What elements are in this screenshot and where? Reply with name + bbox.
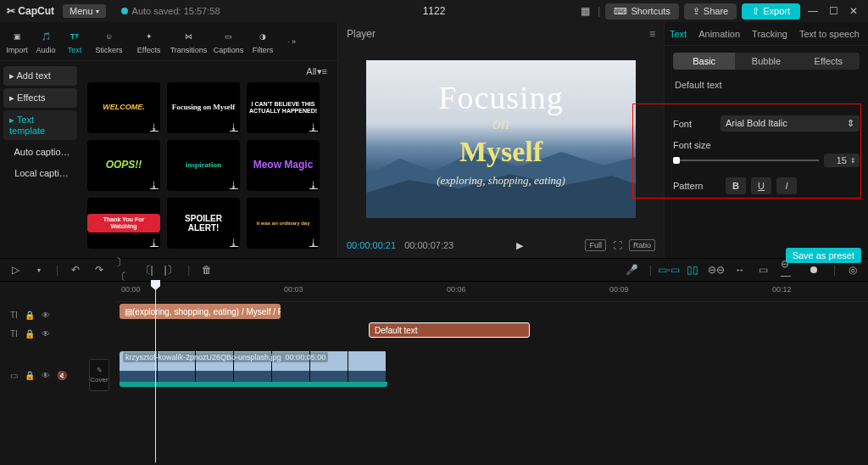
- magnet-icon[interactable]: ▭◦▭: [662, 263, 676, 277]
- sidebar-item-add-text[interactable]: ▸ Add text: [3, 66, 77, 86]
- sidebar-item-auto-captions[interactable]: Auto captio…: [3, 143, 77, 161]
- tab-captions[interactable]: ▭Captions: [209, 29, 248, 54]
- lock-icon[interactable]: 🔒: [25, 371, 35, 380]
- eye-icon[interactable]: 👁: [42, 329, 50, 339]
- tab-audio[interactable]: 🎵Audio: [32, 29, 59, 54]
- sidebar-item-text-template[interactable]: ▸ Text template: [3, 110, 77, 140]
- video-preview[interactable]: Focusing on Myself (exploring, shopping,…: [366, 60, 636, 218]
- tab-text[interactable]: TTText: [61, 29, 88, 54]
- tab-tts[interactable]: Text to speech: [799, 29, 860, 39]
- download-icon[interactable]: ⭳: [150, 180, 159, 189]
- redo-icon[interactable]: ↷: [92, 263, 106, 277]
- download-icon[interactable]: ⭳: [150, 122, 159, 132]
- text-track-icon: TI: [10, 329, 18, 339]
- eye-icon[interactable]: 👁: [42, 371, 50, 380]
- text-clip-selected[interactable]: Default text: [369, 322, 530, 338]
- ratio-button[interactable]: Ratio: [629, 239, 655, 251]
- playhead[interactable]: [155, 282, 156, 462]
- lock-icon[interactable]: 🔒: [25, 311, 35, 320]
- download-icon[interactable]: ⭳: [309, 238, 318, 247]
- shortcuts-button[interactable]: ⌨ Shortcuts: [605, 3, 678, 20]
- filter-all[interactable]: All ▾≡: [87, 64, 331, 82]
- lock-icon[interactable]: 🔒: [25, 329, 35, 339]
- sidebar-item-local-captions[interactable]: Local capti…: [3, 164, 77, 182]
- subtab-bubble[interactable]: Bubble: [735, 53, 797, 70]
- pointer-tool-icon[interactable]: ▷: [8, 263, 22, 277]
- download-icon[interactable]: ⭳: [309, 122, 318, 132]
- full-button[interactable]: Full: [585, 239, 606, 251]
- font-select[interactable]: Arial Bold Italic⇕: [721, 115, 860, 132]
- expand-icon[interactable]: ⛶: [613, 240, 622, 250]
- preview-icon[interactable]: ▭: [757, 263, 771, 277]
- tab-transitions[interactable]: ⋈Transitions: [170, 29, 208, 54]
- bold-button[interactable]: B: [726, 177, 746, 194]
- save-preset-button[interactable]: Save as preset: [786, 248, 861, 263]
- underline-button[interactable]: U: [751, 177, 771, 194]
- download-icon[interactable]: ⭳: [230, 122, 238, 132]
- undo-icon[interactable]: ↶: [69, 263, 82, 277]
- eye-icon[interactable]: 👁: [42, 311, 50, 320]
- template-thumb[interactable]: Meow Magic⭳: [247, 140, 320, 191]
- video-track-icon: ▭: [10, 371, 18, 380]
- italic-button[interactable]: I: [776, 177, 797, 194]
- split-icon[interactable]: 〕〔: [116, 263, 130, 277]
- minimize-icon[interactable]: —: [805, 3, 821, 19]
- align-icon[interactable]: ↔: [733, 263, 747, 277]
- tab-animation[interactable]: Animation: [698, 29, 740, 39]
- video-clip[interactable]: krzysztof-kowalik-2pnozU26QBo-unsplash.j…: [120, 351, 387, 387]
- download-icon[interactable]: ⭳: [150, 238, 159, 247]
- fit-icon[interactable]: ◎: [846, 263, 860, 277]
- mute-icon[interactable]: 🔇: [57, 371, 67, 380]
- close-icon[interactable]: ✕: [846, 3, 861, 19]
- template-thumb[interactable]: OOPS!!⭳: [87, 140, 160, 191]
- template-thumb[interactable]: Focusing on Myself⭳: [167, 82, 240, 133]
- layout-icon[interactable]: ▦: [577, 3, 593, 19]
- tab-effects[interactable]: ✦Effects: [130, 29, 168, 54]
- share-button[interactable]: ⇪ Share: [684, 3, 737, 20]
- autosave-status: Auto saved: 15:57:58: [121, 6, 220, 16]
- download-icon[interactable]: ⭳: [230, 238, 238, 247]
- sidebar-item-effects[interactable]: ▸ Effects: [3, 88, 77, 108]
- template-thumb[interactable]: I CAN'T BELIEVE THIS ACTUALLY HAPPENED!⭳: [247, 82, 320, 133]
- template-thumb[interactable]: it was an ordinary day⭳: [247, 198, 320, 249]
- zoom-out-icon[interactable]: ⊖—: [781, 263, 794, 277]
- subtab-effects[interactable]: Effects: [798, 53, 860, 70]
- player-menu-icon[interactable]: ≡: [649, 28, 655, 40]
- split-right-icon[interactable]: |〕: [164, 263, 177, 277]
- brand-logo: ✂ CapCut: [7, 5, 54, 17]
- zoom-handle[interactable]: [810, 266, 817, 273]
- export-button[interactable]: ⇧ Export: [742, 3, 800, 20]
- titlebar: ✂ CapCut Menu ▾ Auto saved: 15:57:58 112…: [0, 0, 868, 22]
- time-ruler[interactable]: 00:00 00:03 00:06 00:09 00:12: [114, 282, 868, 302]
- template-thumb[interactable]: Thank You For Watching⭳: [87, 198, 160, 249]
- tab-text-props[interactable]: Text: [670, 29, 687, 39]
- tab-stickers[interactable]: ☺Stickers: [90, 29, 128, 54]
- font-size-value[interactable]: 15⇕: [824, 154, 860, 167]
- subtab-basic[interactable]: Basic: [673, 53, 735, 70]
- tab-import[interactable]: ▣Import: [3, 29, 31, 54]
- cover-button[interactable]: ✎Cover: [89, 359, 109, 391]
- snap-icon[interactable]: ▯▯: [686, 263, 699, 277]
- download-icon[interactable]: ⭳: [230, 180, 238, 189]
- tab-more[interactable]: · »: [278, 34, 305, 49]
- play-button[interactable]: ▶: [516, 240, 523, 251]
- template-thumb[interactable]: WELCOME.⭳: [87, 82, 160, 133]
- font-size-slider[interactable]: [673, 160, 819, 161]
- delete-icon[interactable]: 🗑: [200, 263, 214, 277]
- template-thumb[interactable]: inspiration⭳: [167, 140, 240, 191]
- download-icon[interactable]: ⭳: [309, 180, 318, 189]
- current-time: 00:00:00:21: [347, 240, 396, 250]
- text-clip[interactable]: ▤ (exploring, shopping, eating) / Myself…: [120, 304, 281, 319]
- tab-tracking[interactable]: Tracking: [752, 29, 787, 39]
- template-thumb[interactable]: SPOILER ALERT!⭳: [167, 198, 240, 249]
- split-left-icon[interactable]: 〔|: [140, 263, 153, 277]
- total-time: 00:00:07:23: [404, 240, 453, 250]
- link-icon[interactable]: ⊖⊖: [709, 263, 723, 277]
- maximize-icon[interactable]: ☐: [826, 3, 841, 19]
- tab-filters[interactable]: ◑Filters: [249, 29, 276, 54]
- mic-icon[interactable]: 🎤: [626, 263, 639, 277]
- text-content-field[interactable]: Default text: [673, 76, 860, 98]
- chevron-down-icon[interactable]: ▾: [32, 263, 46, 277]
- menu-button[interactable]: Menu ▾: [63, 4, 106, 18]
- track-head-text2: TI 🔒 👁: [0, 324, 114, 343]
